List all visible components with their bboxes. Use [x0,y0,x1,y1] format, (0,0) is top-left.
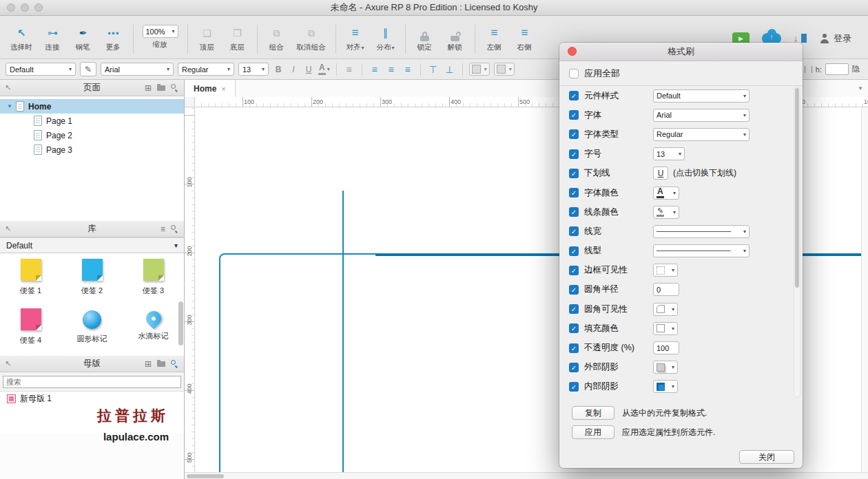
page-tree-item[interactable]: Home [0,99,184,114]
property-checkbox[interactable] [569,129,579,139]
tab-close-icon[interactable]: × [221,85,225,93]
underline-toggle-button[interactable]: U [653,167,668,180]
property-checkbox[interactable] [569,266,579,275]
property-checkbox[interactable] [569,285,579,295]
library-widget[interactable]: 便签 3 [123,259,184,308]
swatch-select[interactable] [653,264,678,277]
font-color-button[interactable]: A [318,63,330,74]
align-center-icon[interactable] [385,64,397,75]
undock-icon[interactable]: ↖ [5,359,11,368]
toolbar-button[interactable]: 钢笔 [68,25,99,52]
scroll-thumb[interactable] [187,474,224,478]
italic-button[interactable]: I [288,65,299,74]
hidden-toggle[interactable]: 隐 [852,64,860,74]
close-window-button[interactable] [7,3,15,12]
toolbar-button[interactable]: 对齐▾ [340,25,371,52]
dialog-scrollbar[interactable] [794,87,800,398]
property-checkbox[interactable] [569,226,579,236]
zoom-window-button[interactable] [34,3,43,12]
vertical-scrollbar[interactable] [861,107,868,472]
swatch-select[interactable] [653,361,678,374]
border-style-select[interactable] [494,63,515,76]
align-top-icon[interactable] [427,64,440,75]
library-widget[interactable]: 圆形标记 [61,308,123,358]
align-left-icon[interactable] [369,64,381,75]
toolbar-button[interactable] [335,25,336,54]
dialog-close-button[interactable] [568,47,577,56]
add-master-icon[interactable]: ⊞ [145,359,152,369]
expand-arrow-icon[interactable] [7,103,14,109]
search-pages-icon[interactable] [171,84,179,92]
page-tree-item[interactable]: Page 2 [0,128,184,142]
property-checkbox[interactable] [569,169,579,178]
minimize-window-button[interactable] [21,3,29,12]
property-checkbox[interactable] [569,304,579,314]
font-weight-select[interactable]: Regular [178,63,234,76]
property-checkbox[interactable] [569,323,579,333]
toolbar-button[interactable]: 底层 [223,25,253,52]
widget-style-select[interactable]: Default [6,63,76,76]
toolbar-button[interactable]: 左侧 [479,25,510,52]
apply-format-button[interactable]: 应用 [572,425,614,439]
toolbar-button[interactable]: 解锁 [440,25,471,52]
line-style-select[interactable] [653,244,750,257]
tab-home[interactable]: Home × [185,80,236,97]
property-checkbox[interactable] [569,188,579,198]
property-checkbox[interactable] [569,91,579,100]
search-masters-icon[interactable] [171,360,179,368]
masters-search-input[interactable] [3,376,181,388]
property-checkbox[interactable] [569,246,579,256]
search-library-icon[interactable] [171,225,179,233]
apply-all-checkbox[interactable] [569,69,579,78]
height-input[interactable] [825,63,849,75]
toolbar-button[interactable]: 100% 缩放 [138,25,183,50]
property-checkbox[interactable] [569,363,579,372]
property-checkbox[interactable] [569,382,579,392]
toolbar-button[interactable] [187,25,188,54]
swatch-select[interactable] [653,322,678,335]
toolbar-button[interactable]: 组合 [262,25,292,52]
scroll-thumb[interactable] [178,301,183,345]
swatch-select[interactable] [653,303,678,316]
toolbar-button[interactable] [405,25,406,54]
edit-style-button[interactable] [80,62,96,76]
add-folder-icon[interactable] [157,85,165,91]
line-style-select[interactable] [653,225,750,238]
property-select[interactable]: Regular [653,128,750,141]
undock-icon[interactable]: ↖ [5,83,11,92]
master-item[interactable]: 新母版 1 [0,392,184,406]
toolbar-button[interactable]: 更多 [99,25,129,52]
toolbar-button[interactable] [133,25,134,54]
library-select[interactable]: Default [0,237,184,253]
library-widget[interactable]: 便签 1 [0,259,61,308]
toolbar-button[interactable] [257,25,258,54]
property-select[interactable]: 13 [653,147,685,160]
library-widget[interactable]: 便签 4 [0,308,61,358]
toolbar-button[interactable]: 锁定 [410,25,440,52]
property-checkbox[interactable] [569,149,579,159]
property-checkbox[interactable] [569,343,579,353]
align-bottom-icon[interactable] [444,64,456,75]
library-widget[interactable]: 便签 2 [61,259,123,308]
zoom-select[interactable]: 100% [143,25,178,38]
property-input[interactable]: 100 [653,341,679,354]
add-folder-icon[interactable] [157,361,165,367]
library-menu-icon[interactable]: ≡ [161,224,165,234]
property-input[interactable]: 0 [653,283,679,296]
align-right-icon[interactable] [402,64,414,75]
scroll-thumb[interactable] [795,88,799,288]
property-checkbox[interactable] [569,110,579,120]
add-page-icon[interactable]: ⊞ [145,83,152,93]
tab-overflow-icon[interactable] [858,80,868,97]
toolbar-button[interactable]: 连接 [38,25,68,52]
property-select[interactable]: Default [653,89,750,103]
bold-button[interactable]: B [273,65,284,74]
font-size-select[interactable]: 13 [238,63,269,76]
page-tree-item[interactable]: Page 3 [0,142,184,157]
copy-format-button[interactable]: 复制 [572,406,614,420]
toolbar-button[interactable]: 取消组合 [292,25,331,52]
library-scrollbar[interactable] [178,252,183,352]
property-select[interactable]: Arial [653,109,750,122]
undock-icon[interactable]: ↖ [5,224,11,233]
library-widget[interactable]: 水滴标记 [123,308,184,358]
